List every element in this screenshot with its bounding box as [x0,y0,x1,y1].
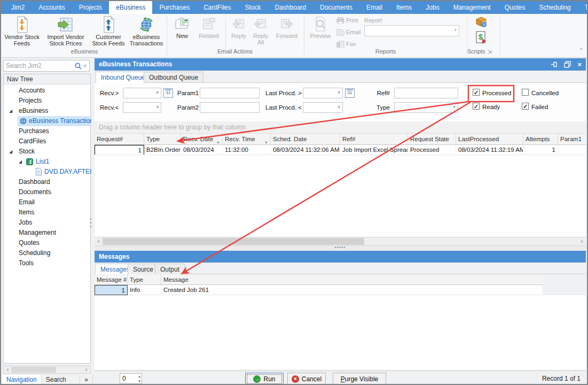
scroll-left-icon[interactable]: ‹ [4,366,11,373]
cell-sched-date[interactable]: 08/03/2024 11:32:06 AM [271,145,340,155]
col-header-ref[interactable]: Ref# [340,134,408,145]
cell-recv-time[interactable]: 11:32:00 [223,145,271,155]
col-header-type[interactable]: Type [144,134,181,145]
sidebar-item-jobs[interactable]: Jobs [4,218,91,228]
sidebar-item-quotes[interactable]: Quotes [4,238,91,248]
cancel-button[interactable]: × Cancel [287,373,326,385]
sidebar-item-cardfiles[interactable]: CardFiles [4,136,91,147]
menu-tab-cardfiles[interactable]: CardFiles [197,1,238,14]
purge-visible-button[interactable]: Purge Visible [333,373,386,385]
stepper-arrows-icon[interactable]: ▴▾ [138,374,140,383]
menu-tab-management[interactable]: Management [446,1,498,14]
sidebar-item-dvd-day-aftei[interactable]: DVD.DAY.AFTEI [4,167,91,177]
tree-expander-icon[interactable]: ◢ [9,147,12,157]
ref-input[interactable] [394,88,458,98]
menu-tab-dashboard[interactable]: Dashboard [268,1,313,14]
processed-checkbox[interactable]: ✓ [473,89,480,96]
cell-request-state[interactable]: Processed [408,145,456,155]
col-header-last-processed[interactable]: LastProcessed [456,134,523,145]
restore-window-icon[interactable] [564,61,571,68]
col-header-message[interactable]: Message [161,274,543,286]
tab-output[interactable]: Output [155,264,185,275]
menu-tab-items[interactable]: Items [389,1,419,14]
new-button[interactable]: New [171,15,193,39]
sidebar-item-email[interactable]: Email [4,197,91,207]
sidebar-horizontal-scrollbar[interactable]: ‹ › [3,366,91,374]
messages-splitter-handle[interactable]: ••••• [95,246,586,251]
scroll-right-icon[interactable]: › [578,238,585,245]
search-input[interactable]: Search Jim2 [6,62,75,70]
sidebar-item-accounts[interactable]: Accounts [4,86,91,96]
ready-checkbox[interactable]: ✓ [473,103,480,110]
cell-type[interactable]: B2BIn.Order [144,145,181,155]
recv-gt-combobox[interactable]: ▾ [123,88,161,98]
tree-expander-icon[interactable]: ◢ [9,106,12,116]
cell-recv-date[interactable]: 08/03/2024 [181,145,223,155]
sidebar-item-documents[interactable]: Documents [4,187,91,197]
col-header-param1[interactable]: Param1 [558,134,586,145]
col-header-request-state[interactable]: Request State [408,134,456,145]
tab-navigation[interactable]: Navigation [2,375,42,385]
col-header-sched-date[interactable]: Sched. Date [271,134,340,145]
cell-ref[interactable]: Job Import Excel Spreadsl [340,145,408,155]
table-row[interactable]: 1 B2BIn.Order 08/03/2024 11:32:00 08/03/… [95,145,586,155]
param2-input[interactable] [200,102,260,113]
close-icon[interactable]: × [577,58,582,71]
scroll-left-icon[interactable]: ‹ [95,238,102,245]
sidebar-item-projects[interactable]: Projects [4,96,91,106]
col-header-recv-time[interactable]: Recv. Time▼ [223,134,271,145]
menu-tab-jobs[interactable]: Jobs [419,1,446,14]
search-box[interactable]: Search Jim2 » [3,60,90,72]
search-icon[interactable] [75,63,82,70]
recv-lt-combobox[interactable]: ▾ [123,102,161,113]
tree-expander-icon[interactable]: ◢ [19,157,22,167]
sidebar-item-scheduling[interactable]: Scheduling [4,248,91,258]
menu-tab-accounts[interactable]: Accounts [32,1,72,14]
filter-arrow-icon[interactable]: ▼ [264,137,268,145]
sidebar-item-ebusiness[interactable]: ◢eBusiness [4,106,91,116]
scrollbar-thumb[interactable] [103,238,364,245]
processed-checkbox-label[interactable]: Processed [482,90,511,96]
cell-message-type[interactable]: Info [128,285,161,295]
menu-tab-ebusiness[interactable]: eBusiness [109,1,152,14]
menu-tab-quotes[interactable]: Quotes [498,1,532,14]
sidebar-item-dashboard[interactable]: Dashboard [4,177,91,187]
col-header-message-number[interactable]: Message # [95,274,128,286]
tab-search-results[interactable]: Search Results [42,375,81,385]
sidebar-item-list1[interactable]: ◢ 1 List1 [4,157,91,167]
param1-input[interactable] [200,88,260,98]
sidebar-item-stock[interactable]: ◢Stock [4,147,91,157]
last-procd-gt-combobox[interactable]: ▾ [303,88,343,98]
sidebar-item-management[interactable]: Management [4,228,91,238]
tab-outbound-queue[interactable]: Outbound Queue [144,72,203,83]
ebusiness-transactions-button[interactable]: eBusiness Transactions [127,15,166,47]
report-combobox[interactable]: ▾ [364,25,459,36]
ribbon-collapse-icon[interactable]: ⌃ [579,47,584,54]
cancelled-checkbox[interactable] [522,89,529,96]
type-combobox[interactable]: ▾ [394,102,458,113]
tab-source[interactable]: Source [128,264,159,275]
cancelled-checkbox-label[interactable]: Cancelled [531,90,559,96]
cell-param1[interactable] [558,145,586,155]
cell-attempts[interactable]: 1 [523,145,558,155]
sidebar-item-purchases[interactable]: Purchases [4,126,91,136]
col-header-recv-date[interactable]: Recv. Date▼ [181,134,223,145]
tab-inbound-queue[interactable]: Inbound Queue [96,72,151,83]
search-options-chevron-icon[interactable]: » [82,64,89,67]
scripts-package-button[interactable]: ? [475,16,487,29]
menu-tab-tools[interactable]: Tools [578,1,588,14]
cell-last-processed[interactable]: 08/03/2024 11:32:19 AM [456,145,523,155]
import-vendor-stock-prices-button[interactable]: Import Vendor Stock Prices [42,15,90,47]
sidebar-more-tabs-button[interactable]: » [80,375,93,385]
menu-tab-documents[interactable]: Documents [313,1,359,14]
failed-checkbox[interactable]: ✓ [522,103,529,110]
sidebar-item-tools[interactable]: Tools [4,258,91,268]
menu-tab-jim2[interactable]: Jim2 [4,1,32,14]
recv-gt-calendar-button[interactable]: 31 [163,88,173,98]
filter-arrow-icon[interactable]: ▼ [216,137,220,145]
dialog-launcher-icon[interactable]: ⇲ [488,49,492,55]
cell-message-text[interactable]: Created Job 261 [161,285,543,295]
scrollbar-thumb[interactable] [11,367,56,373]
cell-message-number[interactable]: 1 [95,285,128,295]
vendor-stock-feeds-button[interactable]: Vendor Stock Feeds [4,15,40,47]
